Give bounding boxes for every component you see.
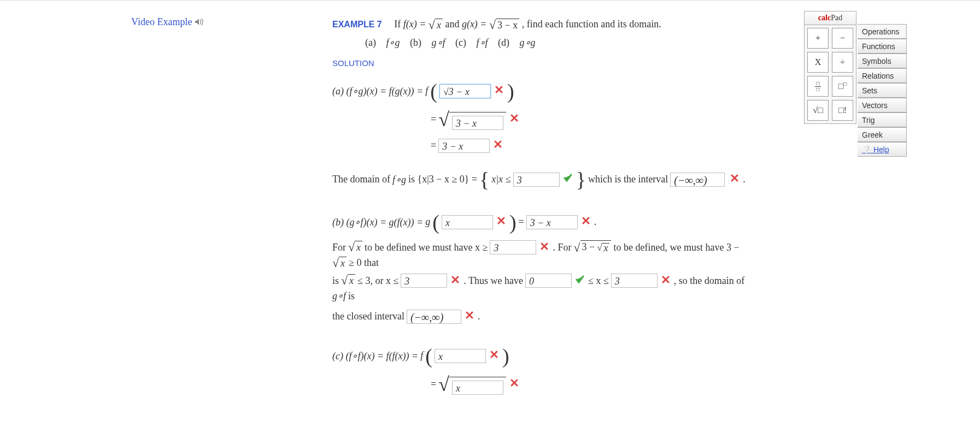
b-for1: For √x to be defined we must have x ≥ 3 … bbox=[332, 240, 753, 269]
correct-icon bbox=[564, 174, 572, 185]
big-sqrt-2: √x bbox=[438, 373, 506, 396]
b-le3: ≤ 3, or x ≤ bbox=[357, 275, 398, 287]
b-line1-pre: (b) (g∘f)(x) = g(f(x)) = bbox=[332, 216, 423, 228]
c-line1: (c) (f∘f)(x) = f(f(x)) = f ( x ) bbox=[332, 346, 753, 366]
c-input-1[interactable]: x bbox=[435, 349, 486, 363]
lparen-icon: ( bbox=[430, 81, 437, 102]
correct-icon bbox=[576, 275, 584, 287]
fraction-icon: □□ bbox=[815, 81, 820, 92]
calcpad-times-button[interactable]: X bbox=[807, 52, 829, 73]
example-label: EXAMPLE 7 bbox=[332, 20, 382, 29]
b-rootxin: x bbox=[602, 243, 609, 252]
video-example-label: Video Example bbox=[131, 16, 192, 27]
b-root3mx: 3 − bbox=[582, 241, 597, 252]
gx-eq: g(x) = bbox=[462, 19, 489, 29]
part-d: (d) bbox=[498, 37, 509, 48]
example-header: EXAMPLE 7 If f(x) = √x and g(x) = √3 − x… bbox=[332, 16, 753, 33]
b-for4-t: to be defined, we must have 3 − bbox=[613, 241, 739, 253]
a-input-5[interactable]: (−∞,∞) bbox=[670, 173, 725, 187]
wrong-icon bbox=[730, 174, 739, 185]
b-input-5[interactable]: 0 bbox=[525, 274, 572, 288]
tab-help[interactable]: ❔ Help bbox=[858, 142, 907, 157]
c-line2: = √x bbox=[431, 373, 753, 396]
wrong-icon bbox=[510, 378, 519, 390]
b-rootx: x bbox=[355, 241, 362, 253]
calcpad-minus-button[interactable]: − bbox=[832, 28, 853, 49]
prompt-b: , find each function and its domain. bbox=[522, 19, 661, 29]
wrong-icon bbox=[495, 85, 503, 97]
a-set-pre: x|x ≤ bbox=[491, 174, 510, 185]
a-input-4[interactable]: 3 bbox=[513, 173, 560, 187]
a-input-3[interactable]: 3 − x bbox=[438, 139, 490, 153]
b-closed-t: the closed interval bbox=[332, 311, 404, 322]
tab-sets[interactable]: Sets bbox=[858, 83, 907, 98]
tab-functions[interactable]: Functions bbox=[858, 39, 907, 54]
part-b: (b) bbox=[410, 37, 421, 48]
wrong-icon bbox=[494, 140, 502, 151]
solution-label: SOLUTION bbox=[332, 56, 753, 71]
b-for2-t: to be defined we must have x ≥ bbox=[365, 241, 488, 253]
a-domain-pre: The domain of bbox=[332, 174, 390, 185]
tab-operations[interactable]: Operations bbox=[858, 24, 907, 39]
a-input-1[interactable]: √3 − x bbox=[439, 84, 491, 98]
eq: = bbox=[519, 216, 524, 228]
part-c: (c) bbox=[455, 37, 466, 48]
b-for3-t: . For bbox=[553, 241, 571, 253]
b-for2-row: is √x ≤ 3, or x ≤ 3 . Thus we have 0 ≤ x… bbox=[332, 274, 753, 302]
a-domain-post: which is the interval bbox=[588, 174, 668, 185]
a-f: f bbox=[425, 85, 428, 97]
help-icon: ❔ bbox=[862, 145, 873, 154]
tab-vectors[interactable]: Vectors bbox=[858, 98, 907, 112]
b-input-2[interactable]: 3 − x bbox=[526, 215, 578, 229]
b-is: is bbox=[332, 275, 339, 287]
gog: g∘g bbox=[520, 37, 536, 48]
b-line1: (b) (g∘f)(x) = g(f(x)) = g ( x ) = 3 − x… bbox=[332, 212, 753, 233]
b-rootx3: x bbox=[348, 274, 355, 287]
audio-icon bbox=[195, 17, 204, 28]
eq: = bbox=[431, 140, 436, 151]
fof: f∘f bbox=[477, 37, 488, 48]
c-input-2[interactable]: x bbox=[452, 381, 503, 395]
tab-symbols[interactable]: Symbols bbox=[858, 54, 907, 68]
rparen-icon: ) bbox=[502, 346, 509, 366]
wrong-icon bbox=[465, 311, 474, 322]
calcpad-exponent-button[interactable]: □□ bbox=[832, 76, 853, 97]
video-example-link[interactable]: Video Example bbox=[131, 16, 204, 28]
a-input-2[interactable]: 3 − x bbox=[452, 116, 503, 130]
b-closed: the closed interval (−∞,∞) . bbox=[332, 310, 753, 324]
b-gof: g∘f bbox=[332, 290, 346, 302]
wrong-icon bbox=[490, 350, 498, 361]
root-x-rad: x bbox=[435, 19, 443, 31]
sqrt-x: √x bbox=[348, 241, 362, 253]
and: and bbox=[445, 19, 462, 29]
calcpad-sqrt-button[interactable]: √□ bbox=[807, 100, 829, 121]
calcpad-fraction-button[interactable]: □□ bbox=[807, 76, 829, 97]
b-input-1[interactable]: x bbox=[442, 215, 493, 229]
eq: = bbox=[431, 114, 436, 125]
b-input-7[interactable]: (−∞,∞) bbox=[407, 310, 461, 324]
calcpad-plus-button[interactable]: + bbox=[807, 28, 829, 49]
a-line1: (a) (f∘g)(x) = f(g(x)) = f ( √3 − x ) bbox=[332, 81, 753, 102]
rparen-icon: ) bbox=[507, 81, 514, 102]
tab-greek[interactable]: Greek bbox=[858, 127, 907, 142]
sqrt-x: √x bbox=[332, 257, 347, 269]
part-a: (a) bbox=[365, 37, 376, 48]
b-input-3[interactable]: 3 bbox=[490, 240, 536, 254]
tab-trig[interactable]: Trig bbox=[858, 112, 907, 127]
b-input-6[interactable]: 3 bbox=[611, 274, 658, 288]
b-input-4[interactable]: 3 bbox=[401, 274, 447, 288]
dot: . bbox=[594, 216, 597, 228]
b-thus: . Thus we have bbox=[463, 275, 523, 287]
calcpad-factorial-button[interactable]: □! bbox=[832, 100, 853, 121]
tab-relations[interactable]: Relations bbox=[858, 68, 907, 83]
a-fog-inline: f∘g bbox=[392, 174, 406, 186]
calcpad-title-a: calc bbox=[818, 14, 831, 22]
fx-eq: f(x) = bbox=[403, 19, 429, 29]
calcpad-title: calcPad bbox=[804, 11, 856, 25]
wrong-icon bbox=[540, 241, 549, 253]
b-so: , so the domain of bbox=[674, 275, 744, 287]
lparen-icon: ( bbox=[432, 212, 439, 233]
a-domain: The domain of f∘g is {x|3 − x ≥ 0} = { x… bbox=[332, 169, 753, 190]
calcpad-divide-button[interactable]: ÷ bbox=[832, 52, 853, 73]
a-domain-mid: is {x|3 − x ≥ 0} = bbox=[408, 174, 477, 185]
